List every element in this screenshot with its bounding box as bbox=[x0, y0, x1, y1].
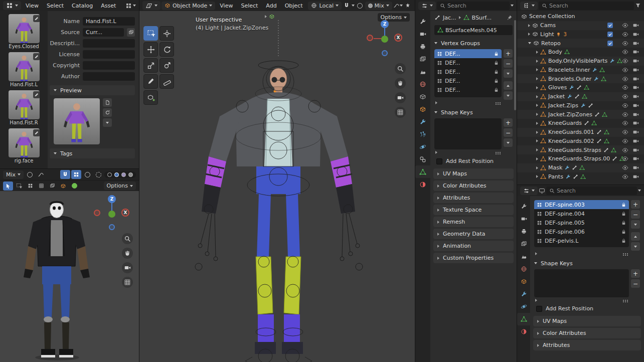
xray-sphere-icon[interactable] bbox=[93, 170, 103, 179]
add-cube-tool[interactable] bbox=[143, 90, 158, 105]
shading-material-icon[interactable] bbox=[121, 172, 126, 177]
hide-eye-icon[interactable] bbox=[622, 49, 628, 55]
tab-object-data[interactable] bbox=[517, 313, 530, 325]
outliner-row-mesh[interactable]: Jacket bbox=[517, 92, 644, 101]
remove-vertex-group-button[interactable]: − bbox=[504, 59, 513, 68]
select-mode-edge-icon[interactable] bbox=[36, 182, 46, 191]
section-attributes[interactable]: Attributes bbox=[433, 193, 514, 203]
gizmo-z-axis[interactable]: Z bbox=[108, 195, 116, 203]
expand-icon[interactable] bbox=[536, 77, 538, 80]
expand-icon[interactable] bbox=[536, 51, 538, 54]
section-uv-maps[interactable]: UV Maps bbox=[433, 168, 514, 179]
render-visibility-icon[interactable] bbox=[632, 76, 639, 82]
tab-physics[interactable] bbox=[415, 140, 430, 153]
gizmo-z-neg-axis[interactable] bbox=[382, 50, 388, 56]
wand-icon[interactable] bbox=[404, 1, 412, 10]
options-dropdown[interactable]: Options bbox=[104, 182, 136, 190]
measure-tool[interactable] bbox=[159, 74, 174, 89]
menu-add[interactable]: Add bbox=[262, 2, 280, 10]
rotate-tool[interactable] bbox=[159, 42, 174, 57]
expand-icon[interactable] bbox=[536, 68, 538, 71]
section-color-attributes[interactable]: Color Attributes bbox=[433, 180, 514, 191]
expand-icon[interactable] bbox=[536, 175, 538, 178]
expand-icon[interactable] bbox=[536, 131, 538, 134]
expand-icon[interactable] bbox=[536, 86, 538, 89]
render-visibility-icon[interactable] bbox=[632, 22, 639, 29]
asset-license-field[interactable] bbox=[83, 50, 135, 59]
gizmo-y-axis[interactable] bbox=[381, 36, 388, 43]
hide-eye-icon[interactable] bbox=[622, 40, 628, 47]
edit-asset-icon[interactable] bbox=[33, 15, 40, 22]
pan-hand-icon[interactable] bbox=[122, 248, 133, 259]
ortho-toggle-icon[interactable] bbox=[122, 277, 133, 288]
select-mode-box-icon[interactable] bbox=[14, 182, 24, 191]
preview-refresh-button[interactable] bbox=[103, 108, 112, 117]
render-visibility-icon[interactable] bbox=[632, 58, 639, 64]
asset-item[interactable]: rig.face bbox=[7, 128, 41, 163]
tab-particles[interactable] bbox=[415, 128, 430, 140]
render-visibility-icon[interactable] bbox=[632, 120, 639, 126]
tab-view-layer[interactable] bbox=[415, 53, 430, 65]
editor-type-asset-browser[interactable] bbox=[3, 1, 21, 10]
select-mode-face-icon[interactable] bbox=[47, 182, 57, 191]
filter-icon[interactable] bbox=[635, 3, 641, 9]
vertex-group-specials-button[interactable] bbox=[631, 220, 640, 229]
move-group-up-button[interactable] bbox=[504, 81, 513, 90]
add-shape-key-button[interactable]: + bbox=[631, 269, 640, 278]
section-attributes[interactable]: Attributes bbox=[533, 340, 641, 350]
active-tool-icon[interactable] bbox=[3, 182, 13, 191]
outliner-row-mesh[interactable]: Jacket.Zips bbox=[517, 101, 644, 110]
hide-eye-icon[interactable] bbox=[622, 129, 628, 135]
remove-shape-key-button[interactable]: − bbox=[504, 128, 513, 137]
outliner-row-mesh[interactable]: Body.OnlyVisibleParts bbox=[517, 57, 644, 66]
transform-tool[interactable] bbox=[159, 58, 174, 73]
camera-view-icon[interactable] bbox=[122, 262, 133, 273]
edit-asset-icon[interactable] bbox=[33, 91, 40, 98]
transform-orientation-dropdown[interactable]: Local bbox=[308, 2, 342, 10]
gizmo-x-axis[interactable]: X bbox=[394, 34, 402, 42]
vertex-groups-panel-header[interactable]: Vertex Groups bbox=[430, 38, 517, 48]
section-texture-space[interactable]: Texture Space bbox=[433, 205, 514, 215]
expand-icon[interactable] bbox=[536, 122, 538, 125]
list-resize-grip[interactable] bbox=[496, 152, 497, 153]
lock-icon[interactable] bbox=[494, 60, 499, 66]
shape-keys-list[interactable] bbox=[434, 118, 502, 149]
edit-asset-icon[interactable] bbox=[33, 129, 40, 136]
properties-filter-dropdown-icon[interactable] bbox=[511, 5, 514, 7]
expand-icon[interactable] bbox=[536, 139, 538, 142]
render-visibility-icon[interactable] bbox=[632, 84, 639, 91]
scrollbar[interactable] bbox=[514, 20, 516, 110]
preview-load-button[interactable] bbox=[103, 98, 112, 107]
add-vertex-group-button[interactable]: + bbox=[504, 49, 513, 58]
properties-search-input[interactable]: Search bbox=[437, 2, 510, 10]
shape-key-specials-button[interactable] bbox=[504, 138, 513, 147]
outliner-row-mesh[interactable]: Gloves bbox=[517, 83, 644, 92]
asset-source-field[interactable]: Curr... bbox=[83, 28, 124, 37]
properties-search-input[interactable]: Search bbox=[546, 187, 637, 195]
lock-icon[interactable] bbox=[621, 220, 626, 226]
hide-eye-icon[interactable] bbox=[622, 76, 628, 82]
section-custom-properties[interactable]: Custom Properties bbox=[433, 253, 514, 263]
outliner-row-mesh[interactable]: Pants bbox=[517, 172, 644, 182]
editor-type-properties[interactable] bbox=[520, 187, 538, 195]
viewport-breadcrumb[interactable] bbox=[265, 14, 275, 20]
tab-tool[interactable] bbox=[415, 15, 430, 28]
outliner-row-mesh[interactable]: KneeGuards.002 bbox=[517, 137, 644, 146]
lock-icon[interactable] bbox=[621, 238, 626, 244]
list-expand-icon[interactable] bbox=[535, 299, 537, 302]
hide-eye-icon[interactable] bbox=[622, 120, 628, 126]
tab-object[interactable] bbox=[517, 275, 530, 288]
falloff-curve-icon[interactable] bbox=[36, 170, 46, 179]
tab-render[interactable] bbox=[415, 28, 430, 40]
tab-scene[interactable] bbox=[517, 250, 530, 263]
catalog-grid-icon[interactable] bbox=[125, 3, 132, 9]
navigation-gizmo[interactable]: Z X bbox=[93, 195, 131, 233]
vertex-group-row[interactable]: DEF-spine.003 bbox=[534, 200, 629, 209]
collection-checkbox[interactable] bbox=[607, 32, 613, 37]
outliner-row-mesh[interactable]: KneeGuards.001 bbox=[517, 128, 644, 137]
hide-eye-icon[interactable] bbox=[622, 111, 628, 118]
menu-object[interactable]: Object bbox=[281, 2, 306, 10]
pan-hand-icon[interactable] bbox=[395, 78, 406, 89]
menu-view[interactable]: View bbox=[22, 2, 42, 10]
outliner-row-cams[interactable]: Cams bbox=[517, 21, 644, 30]
